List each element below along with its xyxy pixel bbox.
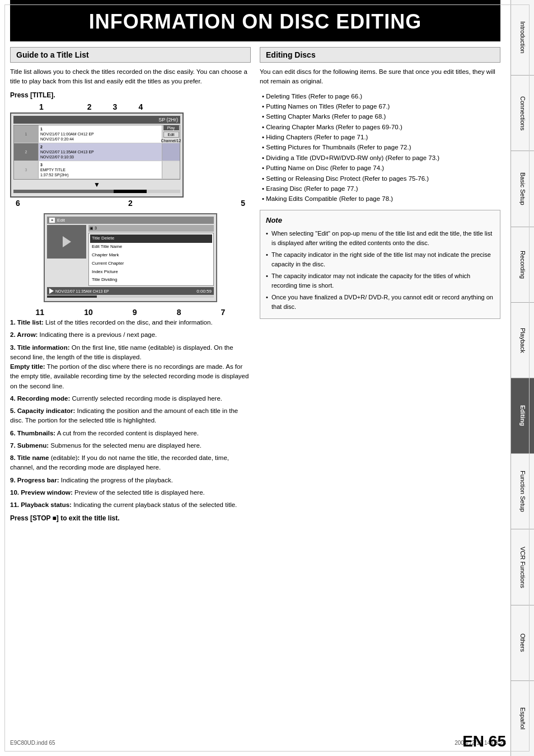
diagram-top-labels: 1 2 3 4 — [10, 102, 251, 111]
play-btn: Play — [163, 125, 179, 130]
label-3: 3 — [113, 102, 118, 111]
title-list-box: SP (2Hr) 1 1 NOV/21/07 11:00AM CH12 EP N… — [10, 112, 184, 198]
sidebar-tab-others[interactable]: Others — [511, 605, 534, 681]
label-1: 1 — [39, 102, 44, 111]
left-section-heading: Guide to a Title List — [10, 47, 251, 63]
submenu-right: ▣ 3 Title Delete Edit Title Name Chapter… — [88, 225, 214, 286]
bullet-11: Making Edits Compatible (Refer to page 7… — [262, 194, 500, 204]
list-item-9: 9. Progress bar: Indicating the progress… — [10, 476, 251, 485]
label-2: 2 — [87, 102, 92, 111]
bullet-8: Putting Name on Disc (Refer to page 74.) — [262, 163, 500, 173]
play-edit-3 — [162, 161, 180, 179]
bullet-2: Putting Names on Titles (Refer to page 6… — [262, 101, 500, 111]
sidebar-tab-espanol[interactable]: Español — [511, 681, 534, 756]
bullet-5: Hiding Chapters (Refer to page 71.) — [262, 132, 500, 142]
submenu-preview-window — [47, 225, 86, 259]
note-box: Note When selecting "Edit" on pop-up men… — [260, 210, 500, 320]
diagram-row-3: 3 3 EMPTY TITLE 1:37:52 SP(2Hr) — [14, 161, 180, 179]
capacity-fill — [13, 190, 114, 193]
capacity-selected — [114, 190, 147, 193]
diagram-top-bar: SP (2Hr) — [13, 116, 180, 124]
menu-item-title-delete: Title Delete — [90, 234, 212, 243]
bullet-1: Deleting Titles (Refer to page 66.) — [262, 91, 500, 101]
list-item-8: 8. Title name (editable): If you do not … — [10, 453, 251, 473]
diagram-bottom-labels-1: 6 2 5 — [10, 198, 251, 209]
submenu-menu-box: Title Delete Edit Title Name Chapter Mar… — [88, 233, 214, 286]
thumb-3: 3 — [14, 161, 39, 179]
label-8: 8 — [177, 308, 181, 317]
bullet-7: Dividing a Title (DVD+RW/DVD-RW only) (R… — [262, 153, 500, 163]
diagram-row-1: 1 1 NOV/21/07 11:00AM CH12 EP NOV/21/07 … — [14, 125, 180, 143]
label-11: 11 — [36, 308, 45, 317]
note-item-3: The capacity indicator may not indicate … — [266, 271, 494, 290]
sidebar: Introduction Connections Basic Setup Rec… — [510, 0, 534, 756]
play-edit-2 — [162, 143, 180, 161]
left-column: Guide to a Title List Title list allows … — [10, 47, 251, 522]
press-title-label: Press [TITLE]. — [10, 91, 251, 99]
page-number-badge: EN 65 — [462, 732, 506, 750]
thumb-2: 2 — [14, 143, 39, 161]
bullet-6: Setting Pictures for Thumbnails (Refer t… — [262, 142, 500, 152]
menu-item-title-dividing: Title Dividing — [90, 276, 212, 284]
label-10: 10 — [84, 308, 93, 317]
submenu-diagram: ≡ Edit ▣ 3 — [44, 213, 217, 302]
sidebar-tab-editing[interactable]: Editing — [511, 378, 534, 454]
sidebar-tab-function-setup[interactable]: Function Setup — [511, 454, 534, 529]
sidebar-tab-introduction[interactable]: Introduction — [511, 0, 534, 76]
info-3: 3 EMPTY TITLE 1:37:52 SP(2Hr) — [39, 161, 162, 179]
page-lang: EN — [462, 732, 484, 750]
note-title: Note — [266, 215, 494, 226]
diagram-rows: 1 1 NOV/21/07 11:00AM CH12 EP NOV/21/07 … — [13, 125, 180, 180]
info-2: 2 NOV/22/07 11:35AM CH13 EP NOV/22/07 0:… — [39, 143, 162, 161]
menu-item-edit-title-name: Edit Title Name — [90, 243, 212, 251]
thumb-1: 1 — [14, 125, 39, 143]
submenu-left — [47, 225, 86, 286]
two-col-layout: Guide to a Title List Title list allows … — [10, 47, 500, 522]
play-icon — [49, 288, 54, 294]
submenu-number-indicator: ▣ 3 — [88, 225, 214, 232]
note-item-2: The capacity indicator in the right side… — [266, 250, 494, 269]
bullet-10: Erasing Disc (Refer to page 77.) — [262, 184, 500, 194]
right-intro: You can edit discs for the following ite… — [260, 67, 500, 87]
press-stop-label: Press [STOP ■] to exit the title list. — [10, 514, 251, 522]
submenu-time: 0:00:59 — [196, 289, 212, 294]
list-item-4: 4. Recording mode: Currently selected re… — [10, 394, 251, 403]
bullet-9: Setting or Releasing Disc Protect (Refer… — [262, 173, 500, 184]
submenu-progress-fill — [47, 295, 97, 298]
menu-item-chapter-mark: Chapter Mark — [90, 251, 212, 260]
sp-mode-label: SP (2Hr) — [158, 117, 178, 123]
label-9: 9 — [133, 308, 137, 317]
label-2b: 2 — [128, 199, 133, 208]
bullet-4: Clearing Chapter Marks (Refer to pages 6… — [262, 122, 500, 132]
submenu-play-area: NOV/22/07 11:35AM CH13 EP — [49, 288, 109, 294]
submenu-edit-label: Edit — [57, 218, 65, 223]
page-header: INFORMATION ON DISC EDITING — [10, 0, 500, 41]
sidebar-tab-recording[interactable]: Recording — [511, 227, 534, 303]
submenu-bottom-bar: NOV/22/07 11:35AM CH13 EP 0:00:59 — [47, 287, 214, 295]
submenu-title-bar: ≡ Edit — [47, 217, 214, 224]
list-item-1: 1. Title list: List of the titles record… — [10, 318, 251, 327]
sidebar-tab-connections[interactable]: Connections — [511, 76, 534, 151]
info-1: 1 NOV/21/07 11:00AM CH12 EP NOV/21/07 0:… — [39, 125, 162, 143]
main-content: INFORMATION ON DISC EDITING Guide to a T… — [0, 0, 510, 533]
play-edit-1: Play Edit Channel/12 — [162, 125, 180, 143]
title-list-diagram: 1 2 3 4 SP (2Hr) 1 — [10, 102, 251, 318]
bottom-left-text: E9C80UD.indd 65 — [10, 740, 55, 746]
diagram-bottom-labels-2: 11 10 9 8 7 — [10, 307, 251, 318]
bullet-3: Setting Chapter Marks (Refer to page 68.… — [262, 111, 500, 121]
sidebar-tab-vcr-functions[interactable]: VCR Functions — [511, 529, 534, 605]
numbered-list: 1. Title list: List of the titles record… — [10, 318, 251, 510]
note-item-1: When selecting "Edit" on pop-up menu of … — [266, 229, 494, 248]
edit-btn: Edit — [163, 132, 179, 138]
label-5: 5 — [241, 199, 245, 208]
list-item-11: 11. Playback status: Indicating the curr… — [10, 500, 251, 510]
capacity-bar — [13, 190, 180, 193]
submenu-content: ▣ 3 Title Delete Edit Title Name Chapter… — [47, 225, 214, 286]
menu-item-index-picture: Index Picture — [90, 268, 212, 276]
note-item-4: Once you have finalized a DVD+R/ DVD-R, … — [266, 293, 494, 312]
sidebar-tab-basic-setup[interactable]: Basic Setup — [511, 151, 534, 227]
scroll-arrow: ▼ — [13, 181, 180, 189]
note-list: When selecting "Edit" on pop-up menu of … — [266, 229, 494, 312]
bottom-bar: E9C80UD.indd 65 2006/12/19 14:03:28 — [10, 740, 506, 746]
sidebar-tab-playback[interactable]: Playback — [511, 303, 534, 378]
